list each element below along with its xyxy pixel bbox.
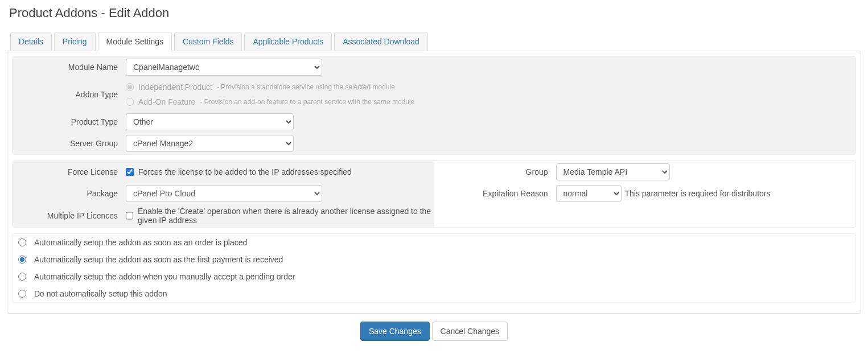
- select-module-name[interactable]: CpanelManagetwo: [126, 59, 322, 76]
- auto-setup-option-2[interactable]: Automatically setup the addon as soon as…: [13, 251, 855, 268]
- label-server-group: Server Group: [13, 139, 124, 148]
- help-expiration-reason: This parameter is required for distribut…: [625, 189, 771, 198]
- cancel-button[interactable]: Cancel Changes: [432, 322, 508, 341]
- label-group: Group: [434, 167, 554, 176]
- tab-custom-fields[interactable]: Custom Fields: [174, 32, 242, 51]
- auto-setup-option-1[interactable]: Automatically setup the addon as soon as…: [13, 234, 855, 251]
- radio-independent-product: [126, 83, 134, 91]
- auto-setup-option-3-label: Automatically setup the addon when you m…: [34, 272, 295, 281]
- radio-auto-setup-none[interactable]: [18, 290, 26, 298]
- radio-auto-setup-manual[interactable]: [18, 273, 26, 281]
- license-fieldset: Force License Forces the license to be a…: [12, 160, 856, 228]
- addon-type-feature-title: Add-On Feature: [138, 97, 195, 106]
- radio-auto-setup-order[interactable]: [18, 238, 26, 246]
- label-product-type: Product Type: [13, 117, 124, 126]
- radio-auto-setup-payment[interactable]: [18, 256, 26, 264]
- button-row: Save Changes Cancel Changes: [7, 314, 861, 342]
- select-product-type[interactable]: Other: [126, 113, 294, 130]
- label-module-name: Module Name: [13, 63, 124, 72]
- tab-panel-module-settings: Module Name CpanelManagetwo Addon Type I…: [7, 51, 861, 314]
- addon-type-independent: Independent Product - Provision a standa…: [126, 83, 395, 92]
- tab-pricing[interactable]: Pricing: [54, 32, 96, 51]
- tab-details[interactable]: Details: [10, 32, 52, 51]
- radio-addon-feature: [126, 98, 134, 106]
- label-force-license: Force License: [13, 167, 124, 176]
- checkbox-multiple-ip[interactable]: [126, 212, 133, 220]
- save-button[interactable]: Save Changes: [360, 322, 430, 341]
- addon-type-feature: Add-On Feature - Provision an add-on fea…: [126, 97, 414, 106]
- auto-setup-option-3[interactable]: Automatically setup the addon when you m…: [13, 268, 855, 285]
- auto-setup-option-2-label: Automatically setup the addon as soon as…: [34, 255, 283, 264]
- addon-type-feature-desc: - Provision an add-on feature to a paren…: [200, 98, 414, 106]
- select-package[interactable]: cPanel Pro Cloud: [126, 185, 322, 202]
- module-config-fieldset: Module Name CpanelManagetwo Addon Type I…: [12, 56, 856, 155]
- label-addon-type: Addon Type: [13, 90, 124, 99]
- checkbox-force-license[interactable]: [126, 168, 134, 176]
- tab-applicable-products[interactable]: Applicable Products: [244, 32, 332, 51]
- tab-module-settings[interactable]: Module Settings: [98, 32, 172, 51]
- auto-setup-fieldset: Automatically setup the addon as soon as…: [12, 233, 856, 303]
- label-multiple-ip: Multiple IP Licences: [13, 211, 124, 220]
- tab-associated-download[interactable]: Associated Download: [334, 32, 428, 51]
- label-package: Package: [13, 189, 124, 198]
- auto-setup-option-4-label: Do not automatically setup this addon: [34, 289, 167, 298]
- tab-bar: Details Pricing Module Settings Custom F…: [7, 32, 861, 51]
- auto-setup-option-1-label: Automatically setup the addon as soon as…: [34, 238, 247, 247]
- addon-type-independent-title: Independent Product: [138, 83, 212, 92]
- select-server-group[interactable]: cPanel Manage2: [126, 135, 294, 152]
- help-multiple-ip: Enable the 'Create' operation when there…: [138, 207, 432, 225]
- help-force-license: Forces the license to be added to the IP…: [138, 167, 352, 176]
- page-title: Product Addons - Edit Addon: [7, 6, 861, 20]
- select-expiration-reason[interactable]: normal: [556, 185, 622, 202]
- label-expiration-reason: Expiration Reason: [434, 189, 554, 198]
- auto-setup-option-4[interactable]: Do not automatically setup this addon: [13, 285, 855, 302]
- select-group[interactable]: Media Temple API: [556, 163, 670, 180]
- addon-type-independent-desc: - Provision a standalone service using t…: [217, 83, 395, 91]
